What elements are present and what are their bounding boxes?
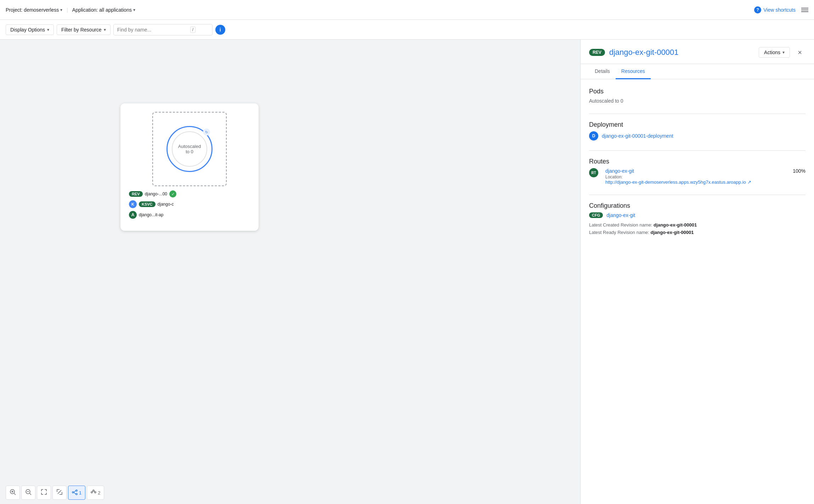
graph-1-button[interactable]: 1 <box>68 486 85 500</box>
cfg-badge: CFG <box>589 212 603 218</box>
circle-refresh-icon: ↻ <box>203 128 210 136</box>
deployment-section: Deployment D django-ex-git-00001-deploym… <box>589 121 805 141</box>
canvas-area[interactable]: Autoscaledto 0 ↻ REV django-...00 ✓ K KS… <box>0 40 580 504</box>
menu-icon[interactable] <box>801 8 808 12</box>
search-slash-icon: / <box>190 27 196 33</box>
info-icon[interactable]: i <box>215 25 225 35</box>
display-options-chevron-icon: ▾ <box>47 27 49 32</box>
fit-to-screen-button[interactable] <box>37 486 51 500</box>
divider-3 <box>589 195 805 195</box>
graph2-icon <box>91 489 96 496</box>
graph-2-button[interactable]: 2 <box>87 486 104 500</box>
latest-created-label: Latest Created Revision name: <box>589 222 652 228</box>
routes-section: Routes RT django-ex-git Location: http:/… <box>589 158 805 185</box>
expand-icon <box>57 489 62 496</box>
fit-icon <box>41 489 47 496</box>
route-location-label: Location: <box>605 174 793 179</box>
svg-point-7 <box>72 492 74 493</box>
latest-created-value: django-ex-git-00001 <box>654 222 697 228</box>
view-shortcuts-label: View shortcuts <box>763 7 796 13</box>
canvas-controls: 1 2 <box>0 481 580 504</box>
filter-chevron-icon: ▾ <box>104 27 106 32</box>
project-selector[interactable]: Project: demoserverless ▾ <box>6 7 62 13</box>
deployment-d-badge: D <box>589 131 598 141</box>
svg-line-3 <box>14 493 16 495</box>
app-selector[interactable]: Application: all applications ▾ <box>72 7 135 13</box>
panel-tabs: Details Resources <box>581 64 814 79</box>
actions-button[interactable]: Actions ▾ <box>759 47 790 58</box>
cfg-detail: Latest Created Revision name: django-ex-… <box>589 222 805 236</box>
pods-subtitle: Autoscaled to 0 <box>589 98 805 104</box>
zoom-out-icon <box>25 489 32 497</box>
svg-point-9 <box>76 493 77 495</box>
rt-badge: RT <box>589 168 598 177</box>
display-options-button[interactable]: Display Options ▾ <box>6 24 54 35</box>
top-bar-left: Project: demoserverless ▾ | Application:… <box>6 7 135 13</box>
zoom-out-button[interactable] <box>21 486 35 500</box>
a-badge-tag: A <box>129 211 137 219</box>
tab-resources-label: Resources <box>621 68 645 74</box>
close-button[interactable]: × <box>794 47 805 58</box>
cfg-link[interactable]: django-ex-git <box>606 212 635 218</box>
k-circle-icon: K <box>129 200 137 208</box>
actions-chevron-icon: ▾ <box>782 50 785 55</box>
app-chevron-icon: ▾ <box>133 7 135 12</box>
tags-container: REV django-...00 ✓ K KSVC django-c A dja… <box>129 190 250 222</box>
cfg-row: CFG django-ex-git <box>589 212 805 218</box>
deployment-link[interactable]: django-ex-git-00001-deployment <box>602 133 673 139</box>
tab-details[interactable]: Details <box>589 64 616 79</box>
tab-resources[interactable]: Resources <box>616 64 651 79</box>
external-link-icon: ↗ <box>747 179 751 185</box>
ksvc-badge-tag: KSVC <box>139 201 156 207</box>
side-panel: REV django-ex-git-00001 Actions ▾ × Deta… <box>580 40 814 504</box>
route-url[interactable]: http://django-ex-git-demoserverless.apps… <box>605 179 793 185</box>
configurations-title: Configurations <box>589 202 805 210</box>
autoscaled-label: Autoscaledto 0 <box>178 144 201 154</box>
svg-point-8 <box>76 490 77 491</box>
routes-title: Routes <box>589 158 805 165</box>
view-shortcuts-button[interactable]: ? View shortcuts <box>754 6 796 13</box>
rev-tag-text: django-...00 <box>145 191 167 196</box>
route-info: django-ex-git Location: http://django-ex… <box>605 168 793 185</box>
actions-label: Actions <box>764 50 780 55</box>
zoom-in-icon <box>10 489 16 497</box>
graph-2-label: 2 <box>98 490 100 496</box>
display-options-label: Display Options <box>10 27 45 33</box>
latest-ready-label: Latest Ready Revision name: <box>589 230 649 235</box>
filter-by-resource-label: Filter by Resource <box>61 27 102 33</box>
panel-name[interactable]: django-ex-git-00001 <box>609 48 679 57</box>
route-name[interactable]: django-ex-git <box>605 168 793 174</box>
check-icon: ✓ <box>169 190 176 197</box>
graph1-icon <box>72 489 78 496</box>
circle-inner: Autoscaledto 0 <box>172 131 207 167</box>
ksvc-tag-text: django-c <box>158 202 174 207</box>
latest-ready-value: django-ex-git-00001 <box>650 230 694 235</box>
rev-badge-tag: REV <box>129 191 143 197</box>
project-label: Project: demoserverless <box>6 7 59 13</box>
rev-tag-row: REV django-...00 ✓ <box>129 190 250 197</box>
panel-rev-badge: REV <box>589 49 605 56</box>
divider-1 <box>589 114 805 114</box>
panel-title: REV django-ex-git-00001 <box>589 48 678 57</box>
zoom-in-button[interactable] <box>6 486 20 500</box>
topbar-divider: | <box>67 7 68 13</box>
main-content: Autoscaledto 0 ↻ REV django-...00 ✓ K KS… <box>0 40 814 504</box>
tab-details-label: Details <box>595 68 610 74</box>
divider-2 <box>589 150 805 151</box>
svg-line-15 <box>92 491 93 492</box>
filter-by-resource-button[interactable]: Filter by Resource ▾ <box>57 24 111 35</box>
search-input[interactable] <box>117 27 188 33</box>
panel-body: Pods Autoscaled to 0 Deployment D django… <box>581 79 814 504</box>
graph-1-label: 1 <box>79 490 81 496</box>
pods-title: Pods <box>589 88 805 95</box>
top-bar-right: ? View shortcuts <box>754 6 808 13</box>
a-tag-row: A django...it-ap <box>129 211 250 219</box>
panel-header-right: Actions ▾ × <box>759 47 805 58</box>
close-icon: × <box>798 48 802 57</box>
deployment-title: Deployment <box>589 121 805 128</box>
routes-row: RT django-ex-git Location: http://django… <box>589 168 805 185</box>
routes-info-container: RT django-ex-git Location: http://django… <box>589 168 793 185</box>
svg-line-16 <box>94 491 95 492</box>
deployment-row: D django-ex-git-00001-deployment <box>589 131 805 141</box>
expand-button[interactable] <box>52 486 67 500</box>
